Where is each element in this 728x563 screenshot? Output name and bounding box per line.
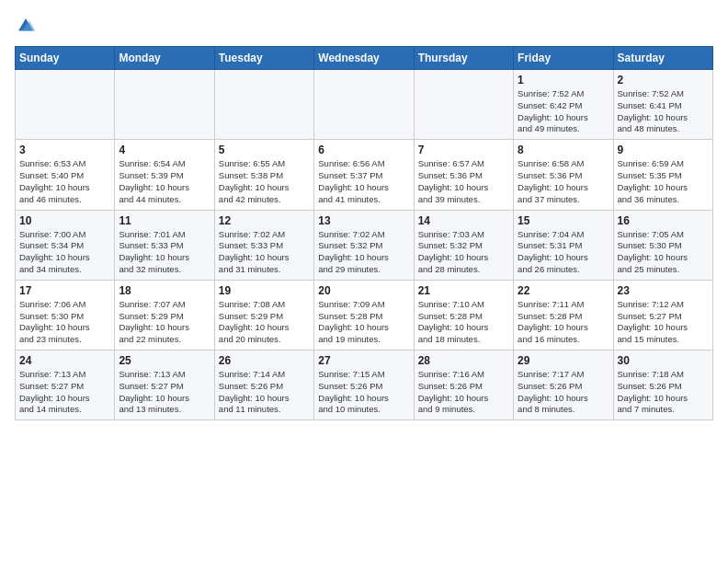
logo-icon (15, 15, 37, 37)
weekday-header-row: SundayMondayTuesdayWednesdayThursdayFrid… (16, 47, 713, 70)
day-number: 10 (19, 214, 110, 227)
calendar-week-2: 3Sunrise: 6:53 AM Sunset: 5:40 PM Daylig… (16, 140, 713, 210)
day-number: 27 (318, 354, 409, 367)
calendar-table: SundayMondayTuesdayWednesdayThursdayFrid… (15, 46, 713, 420)
weekday-header-sunday: Sunday (16, 47, 115, 70)
calendar-cell: 25Sunrise: 7:13 AM Sunset: 5:27 PM Dayli… (115, 350, 214, 420)
day-number: 7 (418, 144, 509, 156)
weekday-header-friday: Friday (514, 47, 613, 70)
day-number: 16 (618, 214, 709, 227)
calendar-cell: 17Sunrise: 7:06 AM Sunset: 5:30 PM Dayli… (16, 280, 115, 350)
calendar-cell: 1Sunrise: 7:52 AM Sunset: 6:42 PM Daylig… (514, 70, 613, 140)
calendar-cell: 15Sunrise: 7:04 AM Sunset: 5:31 PM Dayli… (514, 210, 613, 280)
calendar-cell: 2Sunrise: 7:52 AM Sunset: 6:41 PM Daylig… (613, 70, 712, 140)
calendar-week-4: 17Sunrise: 7:06 AM Sunset: 5:30 PM Dayli… (16, 280, 713, 350)
calendar-cell: 14Sunrise: 7:03 AM Sunset: 5:32 PM Dayli… (414, 210, 513, 280)
day-info: Sunrise: 6:56 AM Sunset: 5:37 PM Dayligh… (318, 158, 409, 205)
day-info: Sunrise: 6:59 AM Sunset: 5:35 PM Dayligh… (618, 158, 709, 205)
day-info: Sunrise: 7:06 AM Sunset: 5:30 PM Dayligh… (19, 299, 110, 346)
day-info: Sunrise: 7:05 AM Sunset: 5:30 PM Dayligh… (618, 229, 709, 276)
calendar-cell: 7Sunrise: 6:57 AM Sunset: 5:36 PM Daylig… (414, 140, 513, 210)
day-info: Sunrise: 7:10 AM Sunset: 5:28 PM Dayligh… (418, 299, 509, 346)
calendar-cell: 27Sunrise: 7:15 AM Sunset: 5:26 PM Dayli… (314, 350, 414, 420)
day-number: 15 (518, 214, 609, 227)
calendar-cell: 18Sunrise: 7:07 AM Sunset: 5:29 PM Dayli… (115, 280, 214, 350)
calendar-cell: 16Sunrise: 7:05 AM Sunset: 5:30 PM Dayli… (613, 210, 712, 280)
day-number: 14 (418, 214, 509, 227)
day-info: Sunrise: 7:18 AM Sunset: 5:26 PM Dayligh… (618, 369, 709, 416)
calendar-cell: 29Sunrise: 7:17 AM Sunset: 5:26 PM Dayli… (514, 350, 613, 420)
calendar-cell (115, 70, 214, 140)
calendar-cell: 26Sunrise: 7:14 AM Sunset: 5:26 PM Dayli… (214, 350, 313, 420)
calendar-cell: 6Sunrise: 6:56 AM Sunset: 5:37 PM Daylig… (314, 140, 414, 210)
day-number: 20 (318, 284, 409, 297)
calendar-cell: 10Sunrise: 7:00 AM Sunset: 5:34 PM Dayli… (16, 210, 115, 280)
calendar-week-1: 1Sunrise: 7:52 AM Sunset: 6:42 PM Daylig… (16, 70, 713, 140)
calendar-cell: 30Sunrise: 7:18 AM Sunset: 5:26 PM Dayli… (613, 350, 712, 420)
day-info: Sunrise: 7:15 AM Sunset: 5:26 PM Dayligh… (318, 369, 409, 416)
day-info: Sunrise: 7:08 AM Sunset: 5:29 PM Dayligh… (219, 299, 310, 346)
day-info: Sunrise: 7:09 AM Sunset: 5:28 PM Dayligh… (318, 299, 409, 346)
day-info: Sunrise: 7:11 AM Sunset: 5:28 PM Dayligh… (518, 299, 609, 346)
day-info: Sunrise: 7:07 AM Sunset: 5:29 PM Dayligh… (119, 299, 210, 346)
day-info: Sunrise: 6:57 AM Sunset: 5:36 PM Dayligh… (418, 158, 509, 205)
calendar-cell: 4Sunrise: 6:54 AM Sunset: 5:39 PM Daylig… (115, 140, 214, 210)
day-number: 12 (219, 214, 310, 227)
day-number: 6 (318, 144, 409, 156)
calendar-cell: 24Sunrise: 7:13 AM Sunset: 5:27 PM Dayli… (16, 350, 115, 420)
day-info: Sunrise: 7:14 AM Sunset: 5:26 PM Dayligh… (219, 369, 310, 416)
day-number: 17 (19, 284, 110, 297)
day-info: Sunrise: 7:52 AM Sunset: 6:42 PM Dayligh… (518, 88, 609, 135)
day-number: 24 (19, 354, 110, 367)
day-number: 2 (618, 74, 709, 86)
day-number: 5 (219, 144, 310, 156)
day-number: 29 (518, 354, 609, 367)
day-info: Sunrise: 7:16 AM Sunset: 5:26 PM Dayligh… (418, 369, 509, 416)
calendar-cell: 9Sunrise: 6:59 AM Sunset: 5:35 PM Daylig… (613, 140, 712, 210)
calendar-cell: 22Sunrise: 7:11 AM Sunset: 5:28 PM Dayli… (514, 280, 613, 350)
day-number: 18 (119, 284, 210, 297)
calendar-cell: 28Sunrise: 7:16 AM Sunset: 5:26 PM Dayli… (414, 350, 513, 420)
logo (15, 15, 40, 37)
day-number: 3 (19, 144, 110, 156)
day-info: Sunrise: 7:13 AM Sunset: 5:27 PM Dayligh… (19, 369, 110, 416)
calendar-cell: 21Sunrise: 7:10 AM Sunset: 5:28 PM Dayli… (414, 280, 513, 350)
calendar-cell: 3Sunrise: 6:53 AM Sunset: 5:40 PM Daylig… (16, 140, 115, 210)
day-info: Sunrise: 6:55 AM Sunset: 5:38 PM Dayligh… (219, 158, 310, 205)
day-number: 28 (418, 354, 509, 367)
calendar-cell: 12Sunrise: 7:02 AM Sunset: 5:33 PM Dayli… (214, 210, 313, 280)
weekday-header-wednesday: Wednesday (314, 47, 414, 70)
day-info: Sunrise: 7:02 AM Sunset: 5:32 PM Dayligh… (318, 229, 409, 276)
day-number: 1 (518, 74, 609, 86)
calendar-cell: 11Sunrise: 7:01 AM Sunset: 5:33 PM Dayli… (115, 210, 214, 280)
day-info: Sunrise: 6:53 AM Sunset: 5:40 PM Dayligh… (19, 158, 110, 205)
day-info: Sunrise: 7:52 AM Sunset: 6:41 PM Dayligh… (618, 88, 709, 135)
calendar-cell: 5Sunrise: 6:55 AM Sunset: 5:38 PM Daylig… (214, 140, 313, 210)
calendar-cell (414, 70, 513, 140)
calendar-cell: 8Sunrise: 6:58 AM Sunset: 5:36 PM Daylig… (514, 140, 613, 210)
calendar-cell: 23Sunrise: 7:12 AM Sunset: 5:27 PM Dayli… (613, 280, 712, 350)
day-number: 19 (219, 284, 310, 297)
day-number: 11 (119, 214, 210, 227)
day-info: Sunrise: 7:00 AM Sunset: 5:34 PM Dayligh… (19, 229, 110, 276)
day-info: Sunrise: 7:01 AM Sunset: 5:33 PM Dayligh… (119, 229, 210, 276)
day-number: 21 (418, 284, 509, 297)
day-number: 25 (119, 354, 210, 367)
calendar-cell (314, 70, 414, 140)
day-info: Sunrise: 7:17 AM Sunset: 5:26 PM Dayligh… (518, 369, 609, 416)
page-header (15, 15, 713, 37)
calendar-cell: 13Sunrise: 7:02 AM Sunset: 5:32 PM Dayli… (314, 210, 414, 280)
calendar-week-3: 10Sunrise: 7:00 AM Sunset: 5:34 PM Dayli… (16, 210, 713, 280)
weekday-header-thursday: Thursday (414, 47, 513, 70)
day-info: Sunrise: 7:12 AM Sunset: 5:27 PM Dayligh… (618, 299, 709, 346)
day-info: Sunrise: 7:02 AM Sunset: 5:33 PM Dayligh… (219, 229, 310, 276)
day-info: Sunrise: 6:54 AM Sunset: 5:39 PM Dayligh… (119, 158, 210, 205)
day-number: 23 (618, 284, 709, 297)
day-number: 8 (518, 144, 609, 156)
calendar-cell (16, 70, 115, 140)
weekday-header-tuesday: Tuesday (214, 47, 313, 70)
calendar-cell: 19Sunrise: 7:08 AM Sunset: 5:29 PM Dayli… (214, 280, 313, 350)
day-info: Sunrise: 7:13 AM Sunset: 5:27 PM Dayligh… (119, 369, 210, 416)
day-number: 30 (618, 354, 709, 367)
day-number: 4 (119, 144, 210, 156)
